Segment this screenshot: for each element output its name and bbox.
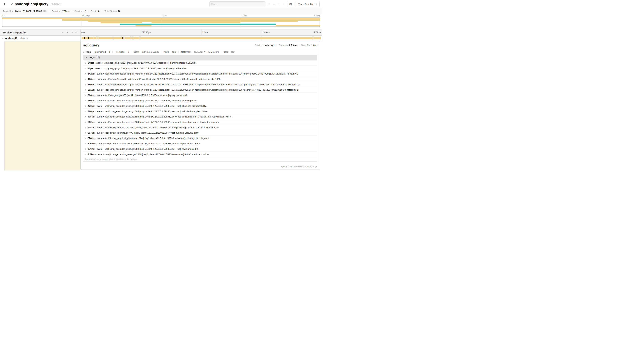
log-row[interactable]: ›459μs:event = ‹sql/conn_executor_exec.g…	[83, 98, 317, 103]
collapse-trace-header-icon[interactable]	[10, 3, 13, 5]
tag[interactable]: user=root	[224, 51, 235, 53]
chevron-down-icon[interactable]	[2, 37, 4, 39]
caret-down-icon[interactable]	[278, 3, 280, 5]
operation-name: sql query	[19, 37, 28, 39]
log-marker	[123, 37, 124, 39]
chevron-right-icon: ›	[85, 153, 86, 156]
chevron-right-icon: ›	[83, 51, 84, 53]
span-name-cell[interactable]: node sql1 sql query	[0, 36, 80, 41]
circle-plus-icon[interactable]	[268, 3, 270, 5]
summary-separator: |	[49, 10, 49, 13]
span-id-value: 4877749850101760812	[290, 165, 314, 168]
ruler-tick-label: 2.09ms	[262, 31, 270, 34]
trace-timeline-page: node sql1: sql query 7418682 × ⌘ Trace T…	[0, 0, 322, 171]
caret-up-icon[interactable]	[273, 3, 275, 5]
summary-label: Depth	[91, 10, 97, 13]
log-row[interactable]: ›597μs:event = ‹sql/distsql_running.go:4…	[83, 130, 317, 135]
log-row[interactable]: ›189μs:event = ‹sql/catalog/lease/descri…	[83, 82, 317, 87]
log-message: event = ‹sql/catalog/descs/descriptor.go…	[96, 78, 220, 80]
log-row[interactable]: ›366μs:event = ‹sql/plan_opt.go:358 [nsq…	[83, 92, 317, 98]
summary-separator: |	[102, 10, 102, 13]
log-row[interactable]: ›201μs:event = ‹sql/catalog/lease/descri…	[83, 87, 317, 92]
tag-equals: =	[192, 51, 193, 53]
span-detail-section: sql query Service:node sql1|Duration:2.7…	[0, 41, 322, 171]
minimap-canvas[interactable]	[2, 17, 320, 27]
back-button[interactable]	[2, 2, 8, 7]
logs-header[interactable]: Logs (18)	[83, 55, 317, 60]
log-row[interactable]: ›678μs:event = ‹sql/distsql_physical_pla…	[83, 135, 317, 141]
log-timestamp: 366μs:	[88, 94, 95, 97]
chevron-right-icon: ›	[85, 115, 86, 118]
chevron-right-icon: ›	[85, 110, 86, 113]
log-timestamp: 678μs:	[88, 137, 95, 140]
timeline-minimap: 0μs 697.75μs 1.4ms 2.09ms 2.79ms	[0, 14, 322, 27]
log-row[interactable]: ›486μs:event = ‹sql/conn_executor_exec.g…	[83, 109, 317, 114]
log-row[interactable]: ›495μs:event = ‹sql/conn_executor_exec.g…	[83, 114, 317, 119]
log-timestamp: 2.7ms:	[88, 148, 95, 150]
grid-line	[262, 30, 262, 35]
tag-separator	[112, 51, 112, 53]
log-timestamp: 597μs:	[88, 132, 95, 134]
tag-key: _verbose	[115, 51, 124, 53]
clear-find-icon[interactable]: ×	[282, 3, 284, 6]
tag-value: root	[231, 51, 235, 53]
log-row[interactable]: ›176μs:event = ‹sql/catalog/descs/descri…	[83, 76, 317, 82]
log-marker	[96, 37, 97, 39]
log-row[interactable]: ›2.69ms:event = ‹sql/conn_executor_exec.…	[83, 141, 317, 146]
tag-key: statement	[181, 51, 191, 53]
summary-fraction: .326	[42, 10, 46, 13]
log-row[interactable]: ›34μs:event = ‹sql/exec_util.go:2297 [ns…	[83, 60, 317, 66]
tag[interactable]: node=sql1	[164, 51, 176, 53]
span-timeline-cell[interactable]	[80, 36, 322, 41]
tag[interactable]: _verbose=1	[115, 51, 129, 53]
find-input[interactable]	[210, 2, 265, 7]
tag[interactable]: client=127.0.0.1:59936	[134, 51, 159, 53]
ruler-tick-label: 1.4ms	[202, 31, 208, 34]
span-detail-title: sql query	[83, 43, 99, 47]
log-row[interactable]: ›502μs:event = ‹sql/conn_executor_exec.g…	[83, 119, 317, 125]
double-chevron-down-icon[interactable]	[71, 31, 73, 34]
logs-footnote: Log timestamps are relative to the start…	[83, 157, 317, 161]
tag-equals: =	[140, 51, 141, 53]
tag-separator	[178, 51, 179, 53]
chevron-down-icon	[85, 56, 87, 58]
tags-row[interactable]: › Tags: _unfinished=1_verbose=1client=12…	[83, 49, 317, 55]
log-marker	[124, 37, 124, 39]
log-marker	[133, 37, 133, 39]
log-row[interactable]: ›2.79ms:event = ‹sql/conn_executor_exec.…	[83, 151, 317, 157]
log-timestamp: 502μs:	[88, 121, 95, 123]
log-row[interactable]: ›142μs:event = ‹sql/catalog/lease/descri…	[83, 71, 317, 76]
grid-line	[201, 30, 202, 35]
log-row[interactable]: ›574μs:event = ‹sql/distsql_running.go:1…	[83, 125, 317, 130]
summary-separator: |	[72, 10, 72, 13]
log-message: event = ‹sql/conn_executor_exec.go:684 […	[96, 121, 219, 123]
log-row[interactable]: ›80μs:event = ‹sql/plan_opt.go:358 [nsql…	[83, 66, 317, 71]
view-selector-button[interactable]: Trace Timeline	[296, 1, 320, 7]
log-marker	[121, 37, 121, 39]
log-marker	[113, 37, 113, 39]
chevron-down-icon[interactable]	[61, 31, 64, 34]
chevron-right-icon: ›	[85, 142, 86, 145]
summary-value: 10	[118, 10, 120, 13]
log-row[interactable]: ›476μs:event = ‹sql/conn_executor_exec.g…	[83, 103, 317, 109]
meta-label: Duration:	[279, 44, 288, 47]
log-message: event = ‹sql/catalog/lease/descriptor_ve…	[96, 83, 300, 86]
chevron-right-icon[interactable]	[66, 31, 68, 34]
tag-value: 127.0.0.1:59936	[142, 51, 159, 53]
span-bar[interactable]	[82, 37, 322, 39]
link-icon[interactable]	[315, 165, 317, 168]
log-row[interactable]: ›2.7ms:event = ‹sql/conn_executor_exec.g…	[83, 146, 317, 151]
log-marker	[84, 37, 85, 39]
span-detail-meta: Service:node sql1|Duration:2.79ms|Start …	[254, 44, 317, 47]
log-message: event = ‹sql/conn_executor_exec.go:684 […	[96, 105, 207, 107]
tag[interactable]: _unfinished=1	[94, 51, 110, 53]
log-timestamp: 2.69ms:	[88, 142, 96, 145]
log-message: event = ‹sql/exec_util.go:2297 [nsql1,cl…	[96, 62, 196, 64]
double-chevron-right-icon[interactable]	[75, 31, 78, 34]
expand-collapse-controls	[61, 31, 78, 34]
minimap-tick-label: 1.4ms	[161, 15, 167, 17]
tag[interactable]: statement=SELECT * FROM users	[181, 51, 219, 53]
keyboard-shortcuts-button[interactable]: ⌘	[287, 1, 294, 7]
minimap-span-bar	[2, 18, 320, 19]
minimap-tick-label: 2.79ms	[314, 15, 320, 17]
